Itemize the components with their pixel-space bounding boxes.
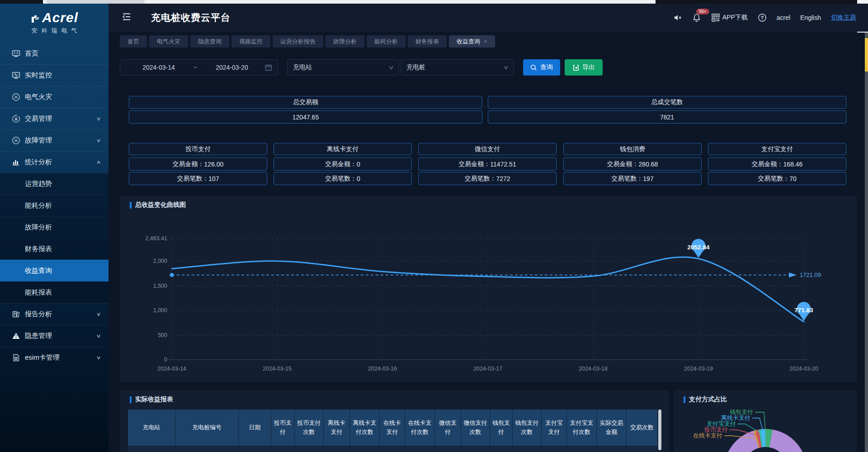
date-start-input[interactable]: 2024-03-14 — [126, 64, 192, 71]
tab-electrical-fire[interactable]: 电气火灾 — [149, 35, 188, 48]
export-button[interactable]: 导出 — [565, 59, 603, 76]
browser-addressbar-fragment — [46, 0, 145, 4]
markpoint-label: 771.83 — [794, 307, 813, 314]
pay-card-alipay-count: 交易笔数：70 — [708, 172, 846, 185]
pay-amount-label: 交易金额： — [458, 160, 490, 168]
y-tick-label: 2,463.41 — [145, 235, 167, 242]
sidebar-item-energy-analysis[interactable]: 能耗分析 — [0, 195, 108, 216]
sidebar-item-home[interactable]: 首页 — [0, 43, 108, 64]
page-scrollbar-track[interactable] — [865, 33, 868, 452]
min-max-markpoints: 2052.84771.83 — [688, 239, 814, 321]
sidebar-item-transaction-mgmt[interactable]: 交易管理 ∨ — [0, 108, 108, 129]
help-icon[interactable]: ? — [758, 13, 767, 22]
search-button-label: 查询 — [540, 63, 553, 71]
theme-switch-link[interactable]: 切换主题 — [831, 14, 856, 22]
sidebar-item-finance-report[interactable]: 财务报表 — [0, 238, 108, 260]
calendar-icon — [265, 64, 272, 71]
header-actions: 99+ APP下载 ? acrel English 切换主题 — [673, 13, 868, 22]
sidebar-collapse-icon[interactable] — [121, 11, 132, 24]
pay-card-offline-title: 离线卡支付 — [274, 143, 412, 155]
search-button[interactable]: 查询 — [523, 59, 560, 76]
table-header-cell: 钱包支付 — [490, 409, 513, 446]
table-header-cell: 交易次数 — [627, 409, 658, 446]
table-header-row: 充电站 充电桩编号 日期 投币支付 投币支付次数 离线卡支付 离线卡支付次数 在… — [128, 409, 658, 446]
sidebar-item-realtime-monitor[interactable]: 实时监控 — [0, 64, 108, 86]
chevron-down-icon: ∨ — [96, 116, 101, 122]
revenue-table-panel: 实际收益报表 充电站 充电桩编号 日期 投币支付 投币支付次数 离线卡支付 离线… — [120, 390, 669, 452]
tab-operation-report[interactable]: 运营分析报告 — [273, 35, 323, 48]
export-button-label: 导出 — [582, 63, 595, 71]
mute-icon[interactable] — [673, 13, 682, 22]
sidebar-item-hazard-mgmt[interactable]: 隐患管理 ∨ — [0, 325, 108, 347]
tab-label: 财务报表 — [415, 38, 439, 45]
table-header-cell: 充电桩编号 — [175, 409, 239, 446]
sidebar-item-operation-trend[interactable]: 运营趋势 — [0, 173, 108, 195]
station-select[interactable]: 充电站 ∨ — [287, 59, 399, 76]
app-download[interactable]: APP下载 — [711, 13, 748, 22]
acrel-logo-icon — [30, 14, 40, 26]
table-header-cell: 实际交易金额 — [597, 409, 627, 446]
table-header-cell: 微信支付次数 — [461, 409, 490, 446]
pile-select[interactable]: 充电桩 ∨ — [401, 59, 514, 76]
x-tick-label: 2024-03-17 — [473, 366, 502, 372]
sidebar: Acrel 安科瑞电气 首页 实时监控 电气火灾 交易管理 ∨ — [0, 4, 108, 452]
x-tick-label: 2024-03-20 — [789, 366, 818, 372]
date-end-input[interactable]: 2024-03-20 — [199, 64, 265, 71]
circle-x-icon — [12, 136, 20, 145]
date-range-picker[interactable]: 2024-03-14 ~ 2024-03-20 — [120, 59, 278, 76]
table-scrollbar-thumb[interactable] — [658, 409, 661, 450]
chevron-down-icon: ∨ — [96, 138, 101, 143]
card-value: 7821 — [660, 114, 674, 121]
tab-energy-analysis[interactable]: 能耗分析 — [367, 35, 406, 48]
table-header-cell: 微信支付 — [435, 409, 461, 446]
sidebar-item-fault-analysis[interactable]: 故障分析 — [0, 216, 108, 238]
sidebar-item-label: 首页 — [25, 49, 38, 58]
sidebar-nav: 首页 实时监控 电气火灾 交易管理 ∨ 故障管理 ∨ 统计 — [0, 43, 108, 368]
circle-x-icon — [12, 93, 20, 101]
tab-close-icon[interactable]: × — [484, 38, 487, 45]
card-label: 总交易额 — [293, 98, 318, 106]
tab-revenue-query[interactable]: 收益查询× — [449, 35, 495, 48]
tab-hazard-query[interactable]: 隐患查询 — [190, 35, 229, 48]
pay-title: 支付宝支付 — [761, 145, 793, 153]
page-title: 充电桩收费云平台 — [151, 11, 231, 24]
pay-title: 钱包消费 — [620, 145, 645, 153]
language-switch[interactable]: English — [800, 14, 821, 21]
tab-fault-analysis[interactable]: 故障分析 — [326, 35, 364, 48]
pay-amount-label: 交易金额： — [173, 160, 204, 168]
sidebar-item-label: 能耗分析 — [25, 201, 52, 210]
sidebar-item-statistics[interactable]: 统计分析 ∧ — [0, 151, 108, 173]
pay-card-offline-amount: 交易金额：0 — [274, 157, 412, 171]
table-header-cell: 支付宝支付次数 — [567, 409, 597, 446]
sidebar-item-energy-report[interactable]: 能耗报表 — [0, 281, 108, 303]
pay-count-label: 交易笔数： — [325, 175, 357, 183]
total-amount-value: 12047.65 — [129, 110, 482, 124]
report-icon — [12, 310, 20, 319]
tab-finance-report[interactable]: 财务报表 — [408, 35, 447, 48]
pay-card-coin-title: 投币支付 — [129, 143, 267, 155]
table-header-cell: 充电站 — [128, 409, 175, 446]
sidebar-item-label: 财务报表 — [25, 245, 52, 253]
sidebar-submenu-statistics: 运营趋势 能耗分析 故障分析 财务报表 收益查询 能耗报表 — [0, 173, 108, 303]
sidebar-item-revenue-query[interactable]: 收益查询 — [0, 260, 108, 281]
pay-amount-label: 交易金额： — [325, 160, 357, 168]
chevron-down-icon: ∨ — [96, 311, 101, 317]
x-tick-label: 2024-03-18 — [579, 366, 608, 372]
revenue-line-chart-panel: 总收益变化曲线图 2,463.41 2,000 — [120, 195, 857, 382]
notifications-bell[interactable]: 99+ — [692, 13, 701, 22]
sidebar-item-label: 运营趋势 — [25, 180, 52, 188]
total-count-value: 7821 — [488, 110, 846, 124]
sidebar-item-electrical-fire[interactable]: 电气火灾 — [0, 86, 108, 108]
pay-title: 微信支付 — [475, 145, 500, 153]
y-tick-label: 1,000 — [153, 307, 167, 314]
tab-video-monitor[interactable]: 视频监控 — [231, 35, 270, 48]
pay-amount-label: 交易金额： — [607, 160, 639, 168]
sidebar-item-fault-mgmt[interactable]: 故障管理 ∨ — [0, 129, 108, 151]
sidebar-item-report-analysis[interactable]: 报告分析 ∨ — [0, 303, 108, 325]
sidebar-item-esim-mgmt[interactable]: esim卡管理 ∨ — [0, 347, 108, 368]
page-scrollbar-thumb[interactable] — [865, 38, 868, 71]
payment-share-panel: 支付方式占比 钱包支付 离线卡支付 支付宝支付 投币支付 在线卡支付 — [674, 390, 857, 452]
pay-title: 投币支付 — [185, 145, 211, 153]
tab-home[interactable]: 首页 — [120, 35, 147, 48]
username[interactable]: acrel — [777, 14, 790, 21]
